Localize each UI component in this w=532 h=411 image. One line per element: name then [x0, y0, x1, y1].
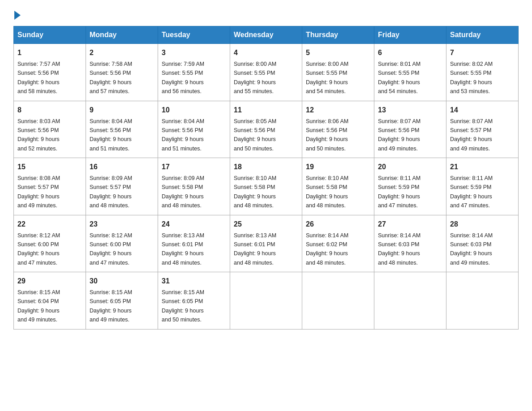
calendar-day-cell: 20Sunrise: 8:11 AMSunset: 5:59 PMDayligh…: [374, 158, 446, 215]
day-number: 27: [378, 219, 442, 230]
calendar-empty-cell: [446, 272, 519, 330]
calendar-day-cell: 18Sunrise: 8:10 AMSunset: 5:58 PMDayligh…: [230, 158, 302, 215]
logo-arrow-icon: [14, 11, 21, 20]
day-info: Sunrise: 8:13 AMSunset: 6:01 PMDaylight:…: [162, 232, 204, 266]
calendar-day-cell: 16Sunrise: 8:09 AMSunset: 5:57 PMDayligh…: [86, 158, 158, 215]
calendar-header-sunday: Sunday: [14, 26, 86, 44]
day-info: Sunrise: 8:14 AMSunset: 6:02 PMDaylight:…: [306, 232, 348, 266]
day-number: 12: [306, 105, 370, 116]
day-info: Sunrise: 8:04 AMSunset: 5:56 PMDaylight:…: [90, 118, 132, 152]
calendar-day-cell: 25Sunrise: 8:13 AMSunset: 6:01 PMDayligh…: [230, 215, 302, 272]
calendar-header-saturday: Saturday: [446, 26, 519, 44]
calendar-day-cell: 1Sunrise: 7:57 AMSunset: 5:56 PMDaylight…: [14, 44, 86, 101]
day-number: 5: [306, 47, 370, 58]
day-info: Sunrise: 8:04 AMSunset: 5:56 PMDaylight:…: [162, 118, 204, 152]
calendar-day-cell: 8Sunrise: 8:03 AMSunset: 5:56 PMDaylight…: [14, 101, 86, 158]
day-number: 3: [162, 47, 226, 58]
calendar-header-wednesday: Wednesday: [230, 26, 302, 44]
day-info: Sunrise: 8:14 AMSunset: 6:03 PMDaylight:…: [378, 232, 420, 266]
calendar-day-cell: 14Sunrise: 8:07 AMSunset: 5:57 PMDayligh…: [446, 101, 519, 158]
calendar-header-tuesday: Tuesday: [158, 26, 230, 44]
day-number: 26: [306, 219, 370, 230]
day-number: 22: [17, 219, 82, 230]
day-number: 18: [234, 162, 298, 172]
calendar-day-cell: 10Sunrise: 8:04 AMSunset: 5:56 PMDayligh…: [158, 101, 230, 158]
day-number: 21: [450, 162, 515, 172]
day-info: Sunrise: 8:15 AMSunset: 6:05 PMDaylight:…: [162, 289, 204, 323]
day-info: Sunrise: 8:05 AMSunset: 5:56 PMDaylight:…: [234, 118, 276, 152]
calendar-day-cell: 9Sunrise: 8:04 AMSunset: 5:56 PMDaylight…: [86, 101, 158, 158]
day-info: Sunrise: 8:08 AMSunset: 5:57 PMDaylight:…: [17, 175, 60, 209]
day-number: 29: [17, 276, 82, 287]
calendar-empty-cell: [302, 272, 374, 330]
day-info: Sunrise: 8:12 AMSunset: 6:00 PMDaylight:…: [90, 232, 132, 266]
day-number: 7: [450, 47, 515, 58]
page-header: [13, 9, 519, 18]
day-number: 28: [450, 219, 515, 230]
day-info: Sunrise: 8:10 AMSunset: 5:58 PMDaylight:…: [234, 175, 276, 209]
calendar-day-cell: 12Sunrise: 8:06 AMSunset: 5:56 PMDayligh…: [302, 101, 374, 158]
calendar-day-cell: 2Sunrise: 7:58 AMSunset: 5:56 PMDaylight…: [86, 44, 158, 101]
calendar-header-monday: Monday: [86, 26, 158, 44]
calendar-day-cell: 19Sunrise: 8:10 AMSunset: 5:58 PMDayligh…: [302, 158, 374, 215]
calendar-week-row: 1Sunrise: 7:57 AMSunset: 5:56 PMDaylight…: [14, 44, 519, 101]
day-info: Sunrise: 8:13 AMSunset: 6:01 PMDaylight:…: [234, 232, 276, 266]
day-number: 9: [90, 105, 154, 116]
calendar-day-cell: 13Sunrise: 8:07 AMSunset: 5:56 PMDayligh…: [374, 101, 446, 158]
day-info: Sunrise: 8:01 AMSunset: 5:55 PMDaylight:…: [378, 61, 420, 94]
calendar-header-row: SundayMondayTuesdayWednesdayThursdayFrid…: [14, 26, 519, 44]
day-number: 24: [162, 219, 226, 230]
day-info: Sunrise: 8:15 AMSunset: 6:04 PMDaylight:…: [17, 289, 60, 323]
day-number: 1: [17, 47, 82, 58]
day-info: Sunrise: 8:11 AMSunset: 5:59 PMDaylight:…: [378, 175, 420, 209]
day-info: Sunrise: 8:15 AMSunset: 6:05 PMDaylight:…: [90, 289, 132, 323]
calendar-day-cell: 6Sunrise: 8:01 AMSunset: 5:55 PMDaylight…: [374, 44, 446, 101]
calendar-empty-cell: [374, 272, 446, 330]
day-number: 10: [162, 105, 226, 116]
calendar-week-row: 29Sunrise: 8:15 AMSunset: 6:04 PMDayligh…: [14, 272, 519, 330]
day-info: Sunrise: 8:09 AMSunset: 5:58 PMDaylight:…: [162, 175, 204, 209]
day-info: Sunrise: 8:07 AMSunset: 5:57 PMDaylight:…: [450, 118, 493, 152]
day-number: 16: [90, 162, 154, 172]
calendar-week-row: 15Sunrise: 8:08 AMSunset: 5:57 PMDayligh…: [14, 158, 519, 215]
calendar-header-thursday: Thursday: [302, 26, 374, 44]
calendar-day-cell: 26Sunrise: 8:14 AMSunset: 6:02 PMDayligh…: [302, 215, 374, 272]
calendar-day-cell: 22Sunrise: 8:12 AMSunset: 6:00 PMDayligh…: [14, 215, 86, 272]
day-info: Sunrise: 7:58 AMSunset: 5:56 PMDaylight:…: [90, 61, 132, 94]
calendar-day-cell: 5Sunrise: 8:00 AMSunset: 5:55 PMDaylight…: [302, 44, 374, 101]
day-info: Sunrise: 8:03 AMSunset: 5:56 PMDaylight:…: [17, 118, 60, 152]
day-number: 2: [90, 47, 154, 58]
calendar-day-cell: 15Sunrise: 8:08 AMSunset: 5:57 PMDayligh…: [14, 158, 86, 215]
calendar-day-cell: 28Sunrise: 8:14 AMSunset: 6:03 PMDayligh…: [446, 215, 519, 272]
day-info: Sunrise: 8:11 AMSunset: 5:59 PMDaylight:…: [450, 175, 493, 209]
calendar-day-cell: 24Sunrise: 8:13 AMSunset: 6:01 PMDayligh…: [158, 215, 230, 272]
calendar-table: SundayMondayTuesdayWednesdayThursdayFrid…: [13, 26, 519, 330]
day-number: 6: [378, 47, 442, 58]
calendar-day-cell: 4Sunrise: 8:00 AMSunset: 5:55 PMDaylight…: [230, 44, 302, 101]
day-number: 23: [90, 219, 154, 230]
calendar-day-cell: 27Sunrise: 8:14 AMSunset: 6:03 PMDayligh…: [374, 215, 446, 272]
day-number: 17: [162, 162, 226, 172]
day-info: Sunrise: 8:09 AMSunset: 5:57 PMDaylight:…: [90, 175, 132, 209]
day-info: Sunrise: 8:14 AMSunset: 6:03 PMDaylight:…: [450, 232, 493, 266]
calendar-header-friday: Friday: [374, 26, 446, 44]
day-number: 13: [378, 105, 442, 116]
calendar-empty-cell: [230, 272, 302, 330]
calendar-week-row: 22Sunrise: 8:12 AMSunset: 6:00 PMDayligh…: [14, 215, 519, 272]
day-info: Sunrise: 8:12 AMSunset: 6:00 PMDaylight:…: [17, 232, 60, 266]
day-number: 20: [378, 162, 442, 172]
day-info: Sunrise: 8:00 AMSunset: 5:55 PMDaylight:…: [234, 61, 276, 94]
day-number: 19: [306, 162, 370, 172]
day-info: Sunrise: 8:07 AMSunset: 5:56 PMDaylight:…: [378, 118, 420, 152]
day-number: 15: [17, 162, 82, 172]
day-info: Sunrise: 8:02 AMSunset: 5:55 PMDaylight:…: [450, 61, 493, 94]
calendar-day-cell: 29Sunrise: 8:15 AMSunset: 6:04 PMDayligh…: [14, 272, 86, 330]
calendar-day-cell: 7Sunrise: 8:02 AMSunset: 5:55 PMDaylight…: [446, 44, 519, 101]
day-number: 31: [162, 276, 226, 287]
calendar-day-cell: 31Sunrise: 8:15 AMSunset: 6:05 PMDayligh…: [158, 272, 230, 330]
day-number: 30: [90, 276, 154, 287]
calendar-day-cell: 11Sunrise: 8:05 AMSunset: 5:56 PMDayligh…: [230, 101, 302, 158]
day-info: Sunrise: 7:59 AMSunset: 5:55 PMDaylight:…: [162, 61, 204, 94]
calendar-day-cell: 3Sunrise: 7:59 AMSunset: 5:55 PMDaylight…: [158, 44, 230, 101]
day-number: 8: [17, 105, 82, 116]
